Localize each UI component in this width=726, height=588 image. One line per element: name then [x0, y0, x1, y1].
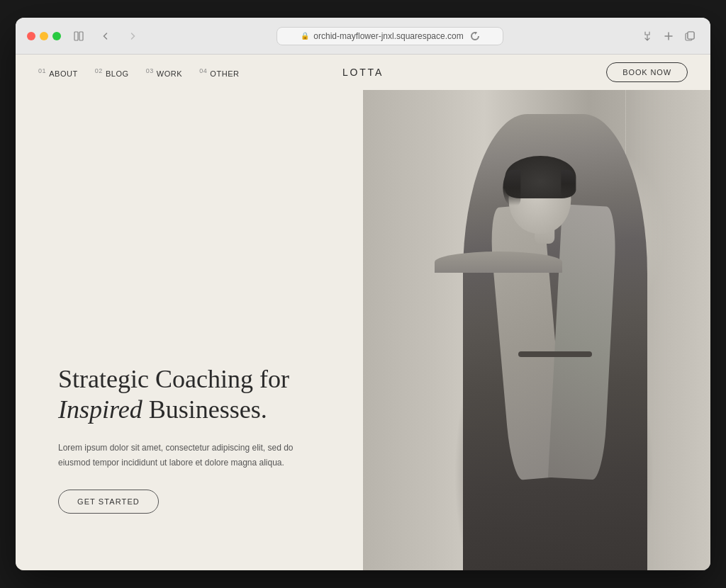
new-tab-button[interactable]	[659, 27, 678, 45]
reload-icon[interactable]	[471, 32, 479, 40]
hero-section: Strategic Coaching for Inspired Business…	[16, 90, 710, 570]
nav-left: 01ABOUT 02BLOG 03WORK 04OTHER	[38, 67, 240, 78]
figure-shoulders	[435, 251, 562, 273]
close-button[interactable]	[27, 32, 35, 40]
sidebar-toggle-button[interactable]	[69, 27, 88, 45]
back-button[interactable]	[96, 27, 115, 45]
hero-title-line2: Businesses.	[149, 395, 267, 424]
share-button[interactable]	[638, 27, 657, 45]
lock-icon: 🔒	[301, 32, 309, 40]
figure-head	[508, 163, 571, 234]
nav-item-blog[interactable]: 02BLOG	[95, 67, 129, 78]
hero-subtitle: Lorem ipsum dolor sit amet, consectetur …	[58, 441, 299, 470]
address-bar-container: 🔒 orchid-mayflower-jnxl.squarespace.com	[150, 27, 630, 45]
nav-item-work[interactable]: 03WORK	[146, 67, 183, 78]
hero-left: Strategic Coaching for Inspired Business…	[16, 90, 363, 570]
svg-rect-0	[74, 32, 78, 40]
hero-photo-panel	[363, 90, 710, 570]
nav-item-other[interactable]: 04OTHER	[199, 67, 239, 78]
browser-window: 🔒 orchid-mayflower-jnxl.squarespace.com	[16, 18, 710, 570]
url-text: orchid-mayflower-jnxl.squarespace.com	[313, 31, 463, 41]
site-logo[interactable]: LOTTA	[342, 67, 384, 78]
hero-content: Strategic Coaching for Inspired Business…	[58, 364, 299, 514]
minimize-button[interactable]	[40, 32, 48, 40]
website-content: 01ABOUT 02BLOG 03WORK 04OTHER LOTTA BOOK…	[16, 55, 710, 570]
get-started-button[interactable]: GET STARTED	[58, 490, 159, 514]
maximize-button[interactable]	[52, 32, 61, 40]
hero-title: Strategic Coaching for Inspired Business…	[58, 364, 299, 425]
traffic-lights	[27, 32, 61, 40]
svg-rect-1	[79, 32, 83, 40]
browser-chrome: 🔒 orchid-mayflower-jnxl.squarespace.com	[16, 18, 710, 55]
duplicate-button[interactable]	[681, 27, 699, 45]
person-container	[363, 90, 710, 570]
nav-right: BOOK NOW	[606, 62, 688, 82]
browser-actions	[638, 27, 699, 45]
address-bar[interactable]: 🔒 orchid-mayflower-jnxl.squarespace.com	[277, 27, 503, 45]
forward-button[interactable]	[123, 27, 142, 45]
nav-item-about[interactable]: 01ABOUT	[38, 67, 78, 78]
book-now-button[interactable]: BOOK NOW	[606, 62, 688, 82]
navigation: 01ABOUT 02BLOG 03WORK 04OTHER LOTTA BOOK…	[16, 55, 710, 90]
svg-rect-4	[688, 32, 694, 39]
